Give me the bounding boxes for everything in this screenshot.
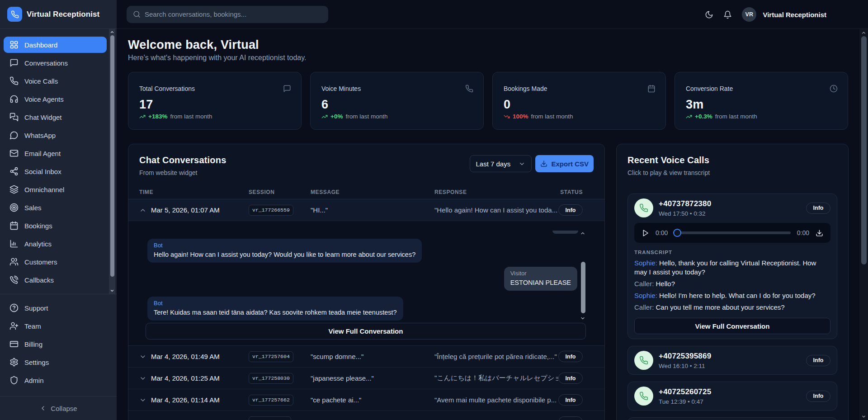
scroll-up-icon[interactable]: [109, 29, 115, 35]
sidebar-item-customers[interactable]: Customers: [4, 254, 107, 270]
message-square-icon: [9, 58, 19, 67]
view-full-conversation-button[interactable]: View Full Conversation: [634, 318, 830, 334]
calendar-icon: [9, 221, 19, 230]
help-circle-icon: [9, 303, 19, 312]
view-full-conversation-button[interactable]: View Full Conversation: [146, 323, 586, 340]
sidebar-item-settings[interactable]: Settings: [4, 354, 111, 370]
stat-card: Bookings Made0100%from last month: [492, 72, 666, 130]
sidebar-item-voice-agents[interactable]: Voice Agents: [4, 91, 107, 107]
call-avatar: [634, 351, 653, 370]
col-session: SESSION: [249, 189, 311, 195]
user-avatar[interactable]: VR: [742, 7, 756, 22]
sidebar-item-label: Dashboard: [24, 41, 57, 49]
stat-label: Total Conversations: [139, 85, 290, 92]
date-range-value: Last 7 days: [476, 160, 510, 168]
user-name: Virtual Receptionist: [763, 11, 826, 19]
sidebar-item-email-agent[interactable]: Email Agent: [4, 145, 107, 161]
sidebar-item-bookings[interactable]: Bookings: [4, 217, 107, 234]
window-scrollbar[interactable]: [859, 29, 868, 420]
search-box: [127, 6, 328, 23]
table-header-row: TIME SESSION MESSAGE RESPONSE STATUS: [128, 185, 604, 199]
chevron-down-icon[interactable]: [139, 396, 146, 404]
scroll-down-icon[interactable]: [109, 288, 115, 294]
message-text: Hello again! How can I assist you today?…: [154, 250, 415, 259]
info-badge[interactable]: Info: [806, 355, 830, 366]
table-row[interactable]: Mar 4, 2026, 01:14 AMvr_177257662"ce pac…: [128, 389, 604, 411]
sidebar-item-admin[interactable]: Admin: [4, 372, 111, 388]
info-badge[interactable]: Info: [558, 351, 583, 362]
sidebar-item-omnichannel[interactable]: Omnichannel: [4, 181, 107, 198]
play-button[interactable]: [642, 229, 649, 237]
info-badge[interactable]: Info: [558, 394, 583, 406]
info-badge[interactable]: [558, 416, 583, 420]
search-icon: [133, 10, 141, 18]
calls-panel-subtitle: Click to play & view transcript: [627, 169, 837, 176]
message-square-icon: [283, 85, 291, 93]
sidebar-item-conversations[interactable]: Conversations: [4, 55, 107, 71]
target-icon: [9, 203, 19, 212]
col-status: STATUS: [558, 189, 594, 195]
info-badge[interactable]: Info: [558, 373, 583, 384]
row-time: Mar 4, 2026, 01:25 AM: [151, 374, 220, 382]
table-row[interactable]: Mar 4, 2026, 01:25 AMvr_177258030"japane…: [128, 368, 604, 389]
table-row[interactable]: Mar 4, 2026, 01:49 AMvr_177257604"scump …: [128, 346, 604, 368]
sidebar-item-social-inbox[interactable]: Social Inbox: [4, 163, 107, 179]
messages-square-icon: [9, 113, 19, 122]
transcript-line: Caller: Can you tell me more about your …: [634, 303, 830, 312]
info-badge[interactable]: Info: [806, 203, 830, 214]
table-row[interactable]: Mar 5, 2026, 01:07 AM vr_177266559 "HI..…: [128, 199, 604, 221]
sidebar-item-label: Customers: [24, 258, 57, 266]
conversation-scrollbar-thumb[interactable]: [581, 262, 585, 313]
scroll-down-icon[interactable]: [859, 413, 868, 420]
sidebar-item-sales[interactable]: Sales: [4, 199, 107, 216]
scroll-up-icon[interactable]: [859, 29, 868, 36]
share-icon: [9, 167, 19, 176]
sidebar-item-chat-widget[interactable]: Chat Widget: [4, 109, 107, 125]
scroll-up-icon[interactable]: [580, 230, 586, 236]
sidebar-item-billing[interactable]: Billing: [4, 336, 111, 352]
download-recording-button[interactable]: [816, 229, 823, 237]
window-scrollbar-thumb[interactable]: [861, 36, 867, 264]
shield-icon: [9, 376, 19, 385]
sidebar-scrollbar[interactable]: [109, 29, 115, 294]
sidebar-item-analytics[interactable]: Analytics: [4, 236, 107, 252]
search-input[interactable]: [145, 10, 322, 18]
sidebar-item-label: Sales: [24, 204, 42, 212]
chevron-up-icon[interactable]: [139, 207, 146, 214]
sidebar-item-dashboard[interactable]: Dashboard: [4, 37, 107, 53]
sidebar-secondary-nav: SupportTeamBillingSettingsAdmin: [0, 294, 117, 390]
dark-mode-toggle[interactable]: [705, 10, 713, 19]
chevron-down-icon: [139, 396, 146, 404]
app-logo: [7, 7, 22, 22]
call-card-partial[interactable]: [627, 417, 837, 420]
scroll-down-icon[interactable]: [580, 315, 586, 321]
conversation-scrollbar[interactable]: [580, 232, 586, 321]
sidebar: Virtual Receptionist DashboardConversati…: [0, 0, 117, 420]
export-csv-button[interactable]: Export CSV: [535, 155, 594, 172]
call-card[interactable]: +40725260725 Tue 12:39 • 0:47 Info: [627, 382, 837, 411]
brand-name: Virtual Receptionist: [27, 10, 99, 19]
info-badge[interactable]: Info: [558, 204, 583, 216]
date-range-select[interactable]: Last 7 days: [470, 155, 532, 172]
info-badge[interactable]: Info: [806, 391, 830, 402]
notifications-button[interactable]: [723, 10, 732, 19]
audio-seek-knob[interactable]: [673, 229, 681, 237]
message-role-label: Bot: [154, 242, 415, 249]
chevron-down-icon[interactable]: [139, 353, 146, 360]
sidebar-collapse-button[interactable]: Collapse: [0, 396, 117, 420]
chevron-down-icon[interactable]: [139, 375, 146, 382]
call-card[interactable]: +40737872380 Wed 17:50 • 0:32 Info 0:00 …: [627, 193, 837, 339]
sidebar-scrollbar-thumb[interactable]: [110, 35, 114, 277]
row-message: "japanesse please...": [311, 374, 434, 382]
stat-trend-note: from last month: [345, 113, 387, 120]
sidebar-item-callbacks[interactable]: Callbacks: [4, 272, 107, 288]
sidebar-item-voice-calls[interactable]: Voice Calls: [4, 73, 107, 89]
call-card[interactable]: +40725395869 Wed 16:10 • 2:11 Info: [627, 346, 837, 375]
play-icon: [642, 229, 649, 237]
sidebar-item-team[interactable]: Team: [4, 318, 111, 334]
message-role-label: Visitor: [510, 270, 571, 277]
table-row-partial[interactable]: [128, 411, 604, 420]
sidebar-item-whatsapp[interactable]: WhatsApp: [4, 127, 107, 143]
sidebar-item-support[interactable]: Support: [4, 300, 111, 316]
audio-seek-slider[interactable]: [674, 231, 791, 234]
